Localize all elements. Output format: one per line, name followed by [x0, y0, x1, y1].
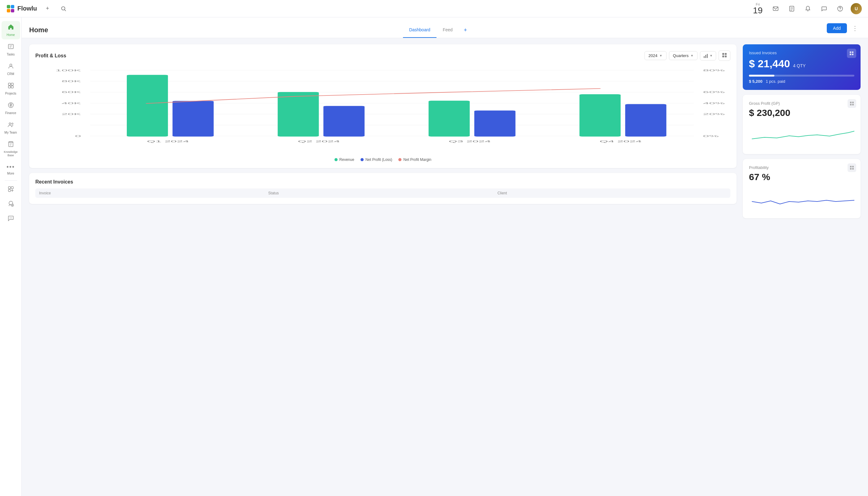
sidebar-finance-label: Finance	[5, 111, 16, 115]
year-chevron-icon: ▼	[660, 54, 663, 57]
gross-profit-chart	[749, 122, 854, 148]
svg-rect-41	[722, 56, 724, 57]
notes-btn[interactable]	[786, 3, 797, 14]
svg-rect-81	[850, 102, 852, 103]
knowledgebase-icon	[7, 141, 14, 149]
legend-net-profit: Net Profit (Loss)	[360, 157, 392, 162]
sidebar-item-plugin2[interactable]	[2, 198, 20, 211]
search-btn[interactable]	[58, 3, 69, 14]
sidebar-projects-label: Projects	[5, 92, 16, 95]
col-status-header: Status	[268, 191, 497, 195]
svg-rect-66	[474, 110, 515, 136]
sidebar-kb-label: Knowledge Base	[3, 150, 19, 157]
sidebar-item-finance[interactable]: Finance	[2, 99, 20, 118]
add-button[interactable]: Add	[827, 23, 847, 33]
legend-revenue: Revenue	[335, 157, 354, 162]
top-header: Flowlu + Fri 19	[0, 0, 868, 17]
avatar[interactable]: U	[851, 3, 862, 14]
sidebar-item-tasks[interactable]: Tasks	[2, 41, 20, 59]
charttype-chevron-icon: ▼	[710, 54, 713, 57]
logo-icon	[6, 4, 15, 13]
help-btn[interactable]	[835, 3, 846, 14]
more-options-btn[interactable]: ⋮	[849, 23, 861, 33]
sidebar-item-knowledgebase[interactable]: Knowledge Base	[2, 138, 20, 160]
svg-text:60%: 60%	[703, 91, 725, 94]
svg-rect-13	[9, 44, 13, 49]
svg-point-23	[12, 123, 13, 125]
svg-point-4	[62, 6, 65, 10]
svg-rect-1	[11, 5, 14, 9]
gross-profit-label: Gross Profit (GP)	[749, 101, 854, 106]
svg-text:Q2 2024: Q2 2024	[298, 140, 340, 143]
tab-dashboard[interactable]: Dashboard	[403, 22, 437, 38]
add-icon-btn[interactable]: +	[42, 3, 53, 14]
svg-rect-63	[278, 92, 319, 137]
invoice-amount: $ 21,440	[749, 58, 790, 70]
chart-type-btn[interactable]: ▼	[700, 51, 716, 60]
grid-view-btn[interactable]	[718, 50, 730, 61]
sidebar-more-label: More	[7, 172, 14, 175]
chart-card-header: Profit & Loss 2024 ▼ Quarters ▼	[35, 50, 730, 61]
period-dropdown[interactable]: Quarters ▼	[669, 51, 698, 60]
sidebar-item-projects[interactable]: Projects	[2, 80, 20, 98]
tab-feed[interactable]: Feed	[436, 22, 459, 38]
sidebar-item-plugin3[interactable]	[2, 212, 20, 226]
sidebar-tasks-label: Tasks	[7, 53, 15, 57]
layout: Home Tasks CRM	[0, 17, 868, 496]
profitability-grid-icon	[848, 166, 856, 170]
page-title: Home	[29, 26, 48, 34]
progress-fill	[749, 75, 774, 77]
myteam-icon	[7, 121, 14, 129]
svg-text:Q1 2024: Q1 2024	[147, 140, 189, 143]
gp-chart-svg	[749, 122, 854, 146]
recent-invoices-card: Recent Invoices Invoice Status	[29, 173, 737, 204]
svg-rect-17	[9, 83, 11, 85]
year-dropdown[interactable]: 2024 ▼	[645, 51, 666, 60]
bell-icon	[802, 5, 813, 12]
svg-rect-19	[9, 86, 11, 88]
mail-btn[interactable]	[770, 3, 781, 14]
svg-rect-20	[11, 86, 13, 88]
page-header: Home Dashboard Feed + Add ⋮	[22, 17, 868, 38]
sidebar-divider	[5, 181, 17, 181]
help-icon	[835, 5, 846, 12]
svg-text:0: 0	[75, 135, 81, 138]
logo-area: Flowlu +	[6, 3, 69, 14]
main-content: Home Dashboard Feed + Add ⋮ Profit & Los…	[22, 17, 868, 496]
issued-label: Issued Invoices	[749, 50, 854, 55]
gross-profit-grid-btn[interactable]	[848, 99, 856, 108]
svg-rect-0	[7, 5, 10, 9]
svg-point-35	[12, 218, 12, 218]
date-number: 19	[753, 6, 763, 15]
header-right: Fri 19	[753, 2, 862, 15]
sidebar-item-plugin1[interactable]	[2, 183, 20, 197]
svg-rect-64	[323, 106, 365, 137]
bell-btn[interactable]	[802, 3, 813, 14]
sidebar-item-crm[interactable]: CRM	[2, 60, 20, 78]
svg-point-33	[10, 218, 10, 218]
paid-row: $ 5,200 1 pcs. paid	[749, 79, 854, 84]
svg-point-12	[840, 10, 840, 10]
search-icon	[58, 6, 69, 12]
svg-point-22	[9, 123, 11, 125]
svg-rect-84	[852, 104, 854, 105]
recent-invoices-title: Recent Invoices	[35, 179, 73, 185]
profitability-grid-btn[interactable]	[848, 164, 856, 172]
svg-rect-36	[704, 56, 704, 58]
issued-invoices-card: Issued Invoices $ 21,440 4 QTY $ 5,200 1…	[743, 44, 861, 90]
profitability-value: 67 %	[749, 172, 854, 182]
svg-rect-65	[429, 101, 470, 137]
plugin1-icon	[7, 186, 14, 194]
sidebar-item-myteam[interactable]: My Team	[2, 119, 20, 137]
notes-icon	[786, 5, 797, 12]
svg-rect-86	[852, 166, 854, 167]
tab-add-btn[interactable]: +	[459, 25, 472, 36]
chat-btn[interactable]	[818, 3, 830, 14]
logo[interactable]: Flowlu	[6, 4, 37, 13]
svg-text:100K: 100K	[56, 69, 81, 72]
progress-bar	[749, 75, 854, 77]
chat-icon	[818, 5, 830, 12]
sidebar-item-more[interactable]: ••• More	[2, 161, 20, 178]
svg-rect-82	[852, 102, 854, 103]
sidebar-item-home[interactable]: Home	[2, 21, 20, 40]
